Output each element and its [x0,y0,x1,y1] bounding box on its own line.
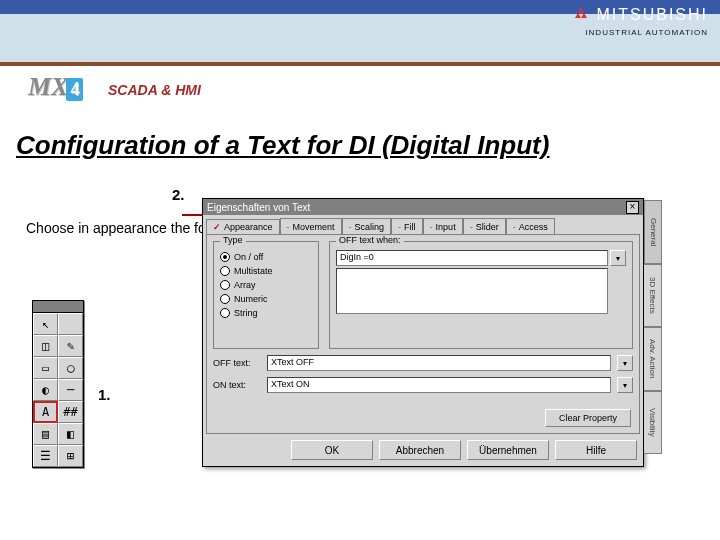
button-tool[interactable]: ▤ [33,423,58,445]
svg-marker-2 [581,13,587,18]
tab-fill[interactable]: -Fill [391,218,423,234]
radio-icon [220,308,230,318]
clear-property-button[interactable]: Clear Property [545,409,631,427]
on-text-input[interactable]: XText ON [267,377,611,393]
dialog-title: Eigenschaften von Text [207,202,310,213]
tab-access[interactable]: -Access [506,218,555,234]
step-1-label: 1. [98,386,111,403]
brand-subtitle: INDUSTRIAL AUTOMATION [585,28,708,37]
palette-titlebar[interactable] [33,301,83,313]
type-group-label: Type [220,235,246,245]
brand-banner: MITSUBISHI INDUSTRIAL AUTOMATION [0,0,720,66]
product-label: SCADA & HMI [108,82,201,98]
step-2-label: 2. [172,186,185,203]
properties-dialog: Eigenschaften von Text × ✓Appearance-Mov… [202,198,644,467]
brand-block: MITSUBISHI [572,6,708,24]
tab-input[interactable]: -Input [423,218,463,234]
type-group: Type On / offMultistateArrayNumericStrin… [213,241,319,349]
symbol-tool[interactable]: ◧ [58,423,83,445]
help-button[interactable]: Hilfe [555,440,637,460]
grid-tool[interactable]: ⊞ [58,445,83,467]
rect-tool[interactable]: ▭ [33,357,58,379]
blank-tool[interactable] [58,313,83,335]
arc-tool[interactable]: ◐ [33,379,58,401]
tool-palette: ↖ ◫✎▭◯◐─A##▤◧☰⊞ [32,300,84,468]
radio-icon [220,252,230,262]
side-tab-adv-action[interactable]: Adv. Action [644,327,662,391]
pencil-tool[interactable]: ✎ [58,335,83,357]
type-radio-string[interactable]: String [220,308,312,318]
cancel-button[interactable]: Abbrechen [379,440,461,460]
svg-marker-0 [578,8,584,13]
radio-icon [220,294,230,304]
tab-scaling[interactable]: -Scaling [342,218,392,234]
close-button[interactable]: × [626,201,639,214]
tab-appearance[interactable]: ✓Appearance [206,219,280,235]
on-text-label: ON text: [213,380,261,390]
type-radio-on-off[interactable]: On / off [220,252,312,262]
text-tool[interactable]: A [33,401,58,423]
off-text-label: OFF text: [213,358,261,368]
offwhen-input[interactable]: DigIn =0 [336,250,608,266]
offwhen-list[interactable] [336,268,608,314]
apply-button[interactable]: Übernehmen [467,440,549,460]
on-text-picker-button[interactable]: ▾ [617,377,633,393]
panel-tool[interactable]: ◫ [33,335,58,357]
dialog-footer: OK Abbrechen Übernehmen Hilfe [203,434,643,466]
tab-slider[interactable]: -Slider [463,218,506,234]
type-radio-array[interactable]: Array [220,280,312,290]
line-tool[interactable]: ─ [58,379,83,401]
type-radio-multistate[interactable]: Multistate [220,266,312,276]
side-tab--d-effects[interactable]: 3D Effects [644,264,662,328]
pointer-tool[interactable]: ↖ [33,313,58,335]
svg-marker-1 [575,13,581,18]
dialog-side-tabs: General3D EffectsAdv. ActionVisibility [644,200,662,454]
number-tool[interactable]: ## [58,401,83,423]
page-title: Configuration of a Text for DI (Digital … [16,130,549,161]
off-text-input[interactable]: XText OFF [267,355,611,371]
type-radio-numeric[interactable]: Numeric [220,294,312,304]
dialog-body: Type On / offMultistateArrayNumericStrin… [206,234,640,434]
ok-button[interactable]: OK [291,440,373,460]
dialog-tabs: ✓Appearance-Movement-Scaling-Fill-Input-… [206,218,640,234]
mitsubishi-logo-icon [572,6,590,24]
expression-picker-button[interactable]: ▾ [610,250,626,266]
tab-movement[interactable]: -Movement [280,218,342,234]
radio-icon [220,266,230,276]
side-tab-general[interactable]: General [644,200,662,264]
radio-icon [220,280,230,290]
offwhen-group: OFF text when: DigIn =0 ▾ [329,241,633,349]
off-text-picker-button[interactable]: ▾ [617,355,633,371]
dialog-titlebar[interactable]: Eigenschaften von Text × [203,199,643,215]
product-logo: MX4 [28,72,83,102]
offwhen-group-label: OFF text when: [336,235,404,245]
side-tab-visibility[interactable]: Visibility [644,391,662,455]
trend-tool[interactable]: ☰ [33,445,58,467]
ellipse-tool[interactable]: ◯ [58,357,83,379]
brand-name: MITSUBISHI [596,6,708,24]
